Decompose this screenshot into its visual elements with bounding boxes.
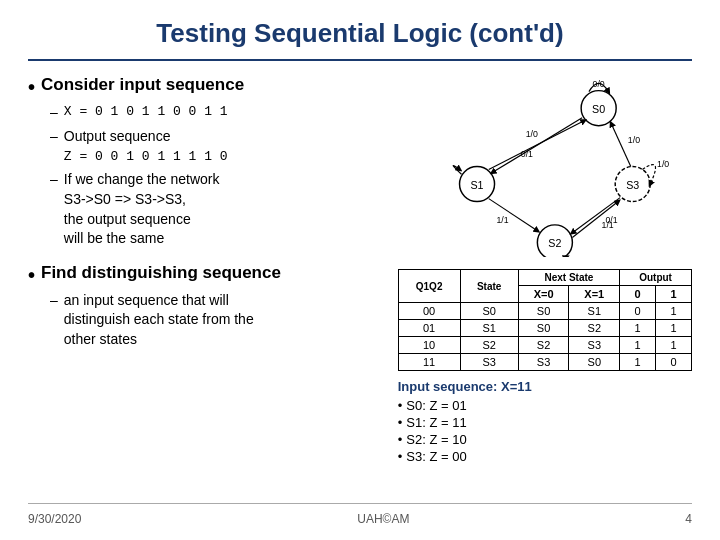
info-box: Input sequence: X=11 S0: Z = 01S1: Z = 1… xyxy=(398,379,692,466)
th-output: Output xyxy=(620,270,692,286)
table-cell: 1 xyxy=(656,320,692,337)
left-column: Consider input sequence X = 0 1 0 1 1 0 … xyxy=(28,75,388,503)
footer-center: UAH©AM xyxy=(357,512,409,526)
svg-text:1/1: 1/1 xyxy=(496,215,508,225)
info-items: S0: Z = 01S1: Z = 11S2: Z = 10S3: Z = 00 xyxy=(398,398,692,464)
footer-page: 4 xyxy=(685,512,692,526)
info-item: S3: Z = 00 xyxy=(398,449,692,464)
cn-line1: If we change the network xyxy=(64,171,220,187)
svg-text:1/0: 1/0 xyxy=(628,135,640,145)
footer: 9/30/2020 UAH©AM 4 xyxy=(28,503,692,526)
table-cell: S1 xyxy=(460,320,518,337)
table-cell: 1 xyxy=(656,337,692,354)
table-cell: 1 xyxy=(656,303,692,320)
info-item: S1: Z = 11 xyxy=(398,415,692,430)
table-row: 01S1S0S211 xyxy=(398,320,691,337)
table-header-row1: Q1Q2 State Next State Output xyxy=(398,270,691,286)
section2: Find distinguishing sequence an input se… xyxy=(28,263,388,350)
change-network-text: If we change the network S3->S0 => S3->S… xyxy=(64,170,388,248)
distinguish-bullet: an input sequence that will distinguish … xyxy=(50,291,388,350)
fsm-svg: S0 0/0 S1 S3 S2 1/0 xyxy=(398,77,692,257)
table-cell: 1 xyxy=(620,320,656,337)
info-box-title: Input sequence: X=11 xyxy=(398,379,692,394)
right-column: S0 0/0 S1 S3 S2 1/0 xyxy=(398,75,692,503)
svg-text:S3: S3 xyxy=(626,179,639,191)
table-cell: 00 xyxy=(398,303,460,320)
th-out-x1: 1 xyxy=(656,286,692,303)
info-item: S2: Z = 10 xyxy=(398,432,692,447)
content-area: Consider input sequence X = 0 1 0 1 1 0 … xyxy=(28,75,692,503)
z-line1: Output sequence xyxy=(64,128,171,144)
state-table-container: Q1Q2 State Next State Output X=0 X=1 0 1 xyxy=(398,269,692,371)
table-cell: S2 xyxy=(460,337,518,354)
z-sequence-bullet: Output sequence Z = 0 0 1 0 1 1 1 1 0 xyxy=(50,127,388,167)
table-cell: 11 xyxy=(398,354,460,371)
slide: Testing Sequential Logic (cont'd) Consid… xyxy=(0,0,720,540)
section1-title: Consider input sequence xyxy=(28,75,388,99)
table-cell: S0 xyxy=(460,303,518,320)
info-item: S0: Z = 01 xyxy=(398,398,692,413)
svg-text:S2: S2 xyxy=(548,237,561,249)
svg-text:0/1: 0/1 xyxy=(521,149,533,159)
table-cell: S2 xyxy=(518,337,569,354)
x-sequence-text: X = 0 1 0 1 1 0 0 1 1 xyxy=(64,103,388,121)
x-sequence-bullet: X = 0 1 0 1 1 0 0 1 1 xyxy=(50,103,388,123)
cn-line4: will be the same xyxy=(64,230,164,246)
state-table-body: 00S0S0S10101S1S0S21110S2S2S31111S3S3S010 xyxy=(398,303,691,371)
svg-text:1/0: 1/0 xyxy=(657,159,669,169)
section1-bullets: X = 0 1 0 1 1 0 0 1 1 Output sequence Z … xyxy=(50,103,388,249)
th-x1: X=1 xyxy=(569,286,620,303)
table-cell: S2 xyxy=(569,320,620,337)
section2-title: Find distinguishing sequence xyxy=(28,263,388,287)
d-line1: an input sequence that will xyxy=(64,292,229,308)
th-x0: X=0 xyxy=(518,286,569,303)
table-row: 11S3S3S010 xyxy=(398,354,691,371)
table-cell: S0 xyxy=(518,303,569,320)
table-cell: 01 xyxy=(398,320,460,337)
svg-text:0/1: 0/1 xyxy=(605,215,617,225)
section1: Consider input sequence X = 0 1 0 1 1 0 … xyxy=(28,75,388,249)
footer-date: 9/30/2020 xyxy=(28,512,81,526)
table-cell: S3 xyxy=(518,354,569,371)
table-cell: 1 xyxy=(620,354,656,371)
th-out-x0: 0 xyxy=(620,286,656,303)
table-cell: 0 xyxy=(620,303,656,320)
th-q1q2: Q1Q2 xyxy=(398,270,460,303)
table-cell: S1 xyxy=(569,303,620,320)
slide-title: Testing Sequential Logic (cont'd) xyxy=(28,18,692,61)
th-next-state: Next State xyxy=(518,270,619,286)
table-cell: 10 xyxy=(398,337,460,354)
d-line2: distinguish each state from the xyxy=(64,311,254,327)
state-table: Q1Q2 State Next State Output X=0 X=1 0 1 xyxy=(398,269,692,371)
section2-bullets: an input sequence that will distinguish … xyxy=(50,291,388,350)
z-sequence-text: Output sequence Z = 0 0 1 0 1 1 1 1 0 xyxy=(64,127,388,167)
change-network-bullet: If we change the network S3->S0 => S3->S… xyxy=(50,170,388,248)
svg-text:1/0: 1/0 xyxy=(525,129,537,139)
table-cell: S3 xyxy=(569,337,620,354)
table-cell: S0 xyxy=(518,320,569,337)
distinguish-text: an input sequence that will distinguish … xyxy=(64,291,388,350)
cn-line2: S3->S0 => S3->S3, xyxy=(64,191,186,207)
table-row: 00S0S0S101 xyxy=(398,303,691,320)
fsm-diagram: S0 0/0 S1 S3 S2 1/0 xyxy=(398,77,692,257)
svg-line-11 xyxy=(488,121,583,170)
table-cell: S3 xyxy=(460,354,518,371)
th-state: State xyxy=(460,270,518,303)
svg-text:S1: S1 xyxy=(470,179,483,191)
table-cell: 0 xyxy=(656,354,692,371)
svg-text:S0: S0 xyxy=(592,103,605,115)
z-line2: Z = 0 0 1 0 1 1 1 1 0 xyxy=(64,149,228,164)
table-cell: 1 xyxy=(620,337,656,354)
cn-line3: the output sequence xyxy=(64,211,191,227)
table-row: 10S2S2S311 xyxy=(398,337,691,354)
table-cell: S0 xyxy=(569,354,620,371)
d-line3: other states xyxy=(64,331,137,347)
